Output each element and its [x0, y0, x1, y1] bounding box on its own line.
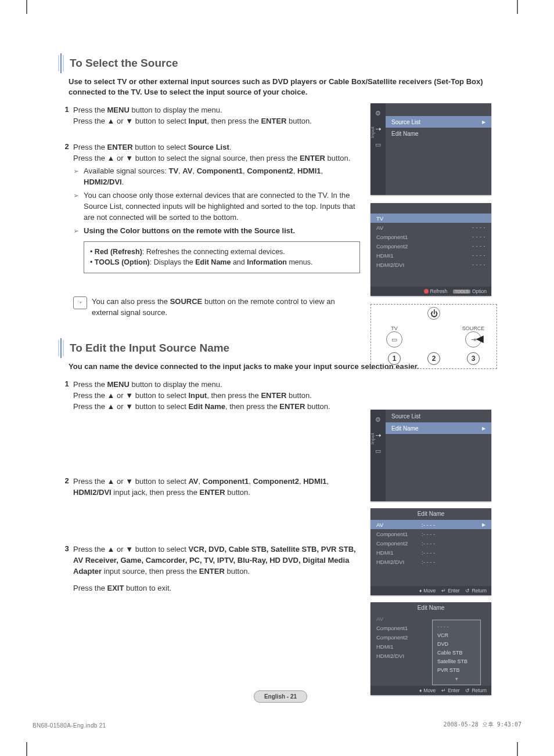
card-icon: ▭	[374, 447, 382, 455]
osd-row-c1: Component1- - - -	[370, 232, 491, 241]
remote-illustration: ⏻ TV ▭ 1 2 SOURCE ⇥ 3 ◄	[370, 304, 497, 369]
osd-row-c1: Component1: - - - -	[370, 529, 491, 538]
dd-dashes: - - - -	[433, 622, 480, 631]
note-line: ➢ Available signal sources: TV, AV, Comp…	[73, 166, 360, 188]
osd-source-list: TV AV- - - - Component1- - - - Component…	[370, 203, 491, 296]
crop-mark	[517, 0, 518, 14]
step: 1 Press the MENU button to display the m…	[60, 379, 494, 413]
return-hint: ↺ Return	[465, 688, 487, 693]
option-hint: TOOLSOption	[453, 288, 487, 294]
hand-text: You can also press the SOURCE button on …	[92, 296, 360, 319]
dd-dvd: DVD	[433, 639, 480, 648]
step-number: 1	[60, 379, 73, 413]
return-hint: ↺ Return	[465, 588, 487, 594]
sidebar-label: Input	[370, 126, 375, 138]
tv-button-icon: ▭	[386, 331, 402, 348]
chevron-right-icon: ▶	[482, 120, 485, 125]
power-icon: ⏻	[427, 307, 440, 320]
step-number: 2	[60, 142, 73, 319]
sidebar-label: Input	[370, 433, 375, 444]
pointer-icon: ◄	[473, 331, 486, 346]
hand-icon: ☞	[73, 296, 87, 309]
page: To Select the Source Use to select TV or…	[0, 0, 554, 756]
osd-title: Edit Name	[370, 602, 491, 614]
chevron-right-icon: ▶	[482, 426, 485, 431]
dd-sat-stb: Satellite STB	[433, 657, 480, 665]
osd-row-tv: TV	[370, 214, 491, 223]
enter-hint: ↵ Enter	[441, 688, 459, 693]
step-number: 1	[60, 105, 73, 127]
note-line: ➢ Using the Color buttons on the remote …	[73, 226, 360, 237]
arrow-icon: ➢	[73, 190, 84, 223]
osd-row-source-list: Source List▶	[386, 116, 491, 128]
button-1: 1	[388, 352, 401, 365]
osd-footer: Refresh TOOLSOption	[370, 287, 491, 296]
dd-vcr: VCR	[433, 631, 480, 639]
osd-row-c2: Component2: - - - -	[370, 538, 491, 548]
section-title: To Select the Source	[70, 57, 178, 70]
osd-input-menu-edit: ⚙ ⇢ ▭ Input Source List Edit Name▶	[370, 410, 491, 501]
osd-footer: ♦ Move ↵ Enter ↺ Return	[370, 586, 491, 595]
osd-row-source-list: Source List	[386, 410, 491, 422]
button-3: 3	[467, 352, 480, 365]
hand-note: ☞ You can also press the SOURCE button o…	[73, 296, 360, 319]
remote-blank-button: 2	[420, 349, 447, 365]
osd-edit-name-list: Edit Name AV: - - - -▶ Component1: - - -…	[370, 508, 491, 595]
osd-row-h1: HDMI1: - - - -	[370, 548, 491, 557]
footer-meta-right: 2008-05-28 오후 9:43:07	[444, 721, 521, 729]
move-hint: ♦ Move	[419, 688, 436, 693]
note-text: You can choose only those external devic…	[84, 190, 360, 223]
step-number: 2	[60, 476, 73, 498]
button-2: 2	[427, 352, 440, 365]
enter-hint: ↵ Enter	[441, 588, 459, 594]
arrow-icon: ➢	[73, 166, 84, 188]
osd-row-edit-name: Edit Name	[386, 128, 491, 139]
arrow-icon: ➢	[73, 226, 84, 237]
card-icon: ▭	[374, 140, 382, 149]
osd-sidebar: ⚙ ⇢ ▭ Input	[370, 103, 386, 195]
osd-footer: ♦ Move ↵ Enter ↺ Return	[370, 686, 491, 695]
note-text: Using the Color buttons on the remote wi…	[84, 226, 295, 237]
chevron-right-icon: ▶	[482, 522, 485, 527]
osd-title: Edit Name	[370, 508, 491, 520]
osd-row-h2: HDMI2/DVI- - - -	[370, 260, 491, 269]
osd-main: Source List Edit Name▶	[386, 410, 491, 501]
step-body: Press the MENU button to display the men…	[73, 379, 494, 413]
crop-mark	[26, 0, 27, 14]
crop-mark	[26, 742, 27, 756]
step-number: 3	[60, 544, 73, 594]
dd-pvr-stb: PVR STB	[433, 665, 480, 674]
osd-edit-name-dropdown: Edit Name AV Component1 Component2 HDMI1…	[370, 602, 491, 695]
gear-icon: ⚙	[374, 109, 382, 117]
section-title: To Edit the Input Source Name	[70, 342, 229, 355]
remote-tv-button: TV ▭ 1	[381, 325, 408, 365]
heading-bars-icon	[58, 53, 64, 73]
input-icon: ⇢	[374, 431, 382, 439]
osd-row-h2: HDMI2/DVI: - - - -	[370, 557, 491, 566]
section-heading: To Select the Source	[58, 53, 494, 73]
section-intro: Use to select TV or other external input…	[69, 77, 494, 97]
osd-sidebar: ⚙ ⇢ ▭ Input	[370, 410, 386, 501]
dd-cable-stb: Cable STB	[433, 648, 480, 657]
osd-row-h1: HDMI1- - - -	[370, 251, 491, 260]
heading-bars-icon	[58, 338, 64, 358]
gear-icon: ⚙	[374, 415, 382, 424]
page-number-badge: English - 21	[254, 690, 307, 703]
chevron-down-icon: ▾	[433, 674, 480, 683]
input-icon: ⇢	[374, 125, 382, 133]
move-hint: ♦ Move	[419, 588, 436, 594]
crop-mark	[517, 742, 518, 756]
osd-row-edit-name: Edit Name▶	[386, 422, 491, 434]
note-line: ➢ You can choose only those external dev…	[73, 190, 360, 223]
osd-row-av: AV: - - - -▶	[370, 520, 491, 529]
device-type-dropdown: - - - - VCR DVD Cable STB Satellite STB …	[432, 620, 481, 685]
osd-main: Source List▶ Edit Name	[386, 103, 491, 195]
note-text: Available signal sources: TV, AV, Compon…	[84, 166, 360, 188]
osd-row-c2: Component2- - - -	[370, 241, 491, 251]
refresh-hint: Refresh	[424, 288, 448, 294]
tip-box: • Red (Refresh): Refreshes the connectin…	[84, 241, 360, 274]
osd-row-av: AV- - - -	[370, 223, 491, 232]
footer-meta-left: BN68-01580A-Eng.indb 21	[33, 722, 106, 729]
osd-input-menu: ⚙ ⇢ ▭ Input Source List▶ Edit Name	[370, 103, 491, 195]
